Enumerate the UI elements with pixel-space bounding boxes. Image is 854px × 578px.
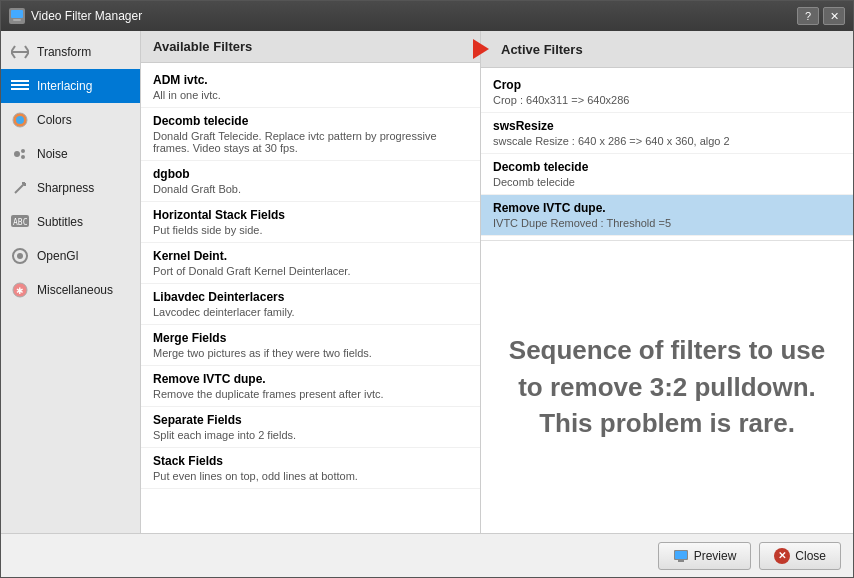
main-window: Video Filter Manager ? ✕ TransformInterl… <box>0 0 854 578</box>
svg-rect-8 <box>11 84 29 86</box>
sidebar-item-subtitles[interactable]: ABCSubtitles <box>1 205 140 239</box>
svg-rect-26 <box>678 560 684 562</box>
content-area: TransformInterlacingColorsNoiseSharpness… <box>1 31 853 533</box>
filter-desc: Port of Donald Graft Kernel Deinterlacer… <box>153 265 468 277</box>
filter-desc: Put fields side by side. <box>153 224 468 236</box>
sidebar-label-opengl: OpenGl <box>37 249 78 263</box>
filter-desc: Donald Graft Telecide. Replace ivtc patt… <box>153 130 468 154</box>
main-area: Available Filters ADM ivtc.All in one iv… <box>141 31 853 533</box>
svg-line-15 <box>15 183 25 193</box>
sidebar-item-colors[interactable]: Colors <box>1 103 140 137</box>
svg-rect-25 <box>675 551 687 559</box>
sidebar-item-transform[interactable]: Transform <box>1 35 140 69</box>
title-bar: Video Filter Manager ? ✕ <box>1 1 853 31</box>
active-filters-panel: Active Filters CropCrop : 640x311 => 640… <box>481 31 853 533</box>
help-button[interactable]: ? <box>797 7 819 25</box>
close-icon: ✕ <box>774 548 790 564</box>
available-filters-panel: Available Filters ADM ivtc.All in one iv… <box>141 31 481 533</box>
transform-icon <box>11 43 29 61</box>
preview-label: Preview <box>694 549 737 563</box>
interlacing-icon <box>11 77 29 95</box>
filter-name: dgbob <box>153 167 468 181</box>
filter-desc: Lavcodec deinterlacer family. <box>153 306 468 318</box>
sidebar-item-miscellaneous[interactable]: ✱Miscellaneous <box>1 273 140 307</box>
filter-item[interactable]: Kernel Deint.Port of Donald Graft Kernel… <box>141 243 480 284</box>
svg-point-14 <box>21 155 25 159</box>
sidebar-item-interlacing[interactable]: Interlacing <box>1 69 140 103</box>
svg-point-12 <box>14 151 20 157</box>
preview-icon <box>673 548 689 564</box>
filter-item[interactable]: Stack FieldsPut even lines on top, odd l… <box>141 448 480 489</box>
sidebar-label-sharpness: Sharpness <box>37 181 94 195</box>
svg-point-11 <box>16 116 24 124</box>
panels-row: Available Filters ADM ivtc.All in one iv… <box>141 31 853 533</box>
active-filter-item[interactable]: CropCrop : 640x311 => 640x286 <box>481 72 853 113</box>
sidebar-label-subtitles: Subtitles <box>37 215 83 229</box>
filter-item[interactable]: Horizontal Stack FieldsPut fields side b… <box>141 202 480 243</box>
svg-rect-9 <box>11 88 29 90</box>
sharpness-icon <box>11 179 29 197</box>
filter-name: Separate Fields <box>153 413 468 427</box>
svg-rect-1 <box>13 19 21 21</box>
active-filter-desc: Decomb telecide <box>493 176 841 188</box>
filter-desc: All in one ivtc. <box>153 89 468 101</box>
active-filter-name: swsResize <box>493 119 841 133</box>
sidebar-item-opengl[interactable]: OpenGl <box>1 239 140 273</box>
sidebar-label-transform: Transform <box>37 45 91 59</box>
sidebar-label-interlacing: Interlacing <box>37 79 92 93</box>
arrow-icon <box>473 39 489 59</box>
close-button[interactable]: ✕ Close <box>759 542 841 570</box>
svg-text:✱: ✱ <box>16 286 24 296</box>
active-filter-name: Crop <box>493 78 841 92</box>
sidebar-label-noise: Noise <box>37 147 68 161</box>
footer: Preview ✕ Close <box>1 533 853 577</box>
window-controls: ? ✕ <box>797 7 845 25</box>
active-filter-item[interactable]: Remove IVTC dupe.IVTC Dupe Removed : Thr… <box>481 195 853 236</box>
active-filters-list[interactable]: CropCrop : 640x311 => 640x286swsResizesw… <box>481 68 853 240</box>
close-label: Close <box>795 549 826 563</box>
active-filters-header: Active Filters <box>481 31 853 68</box>
filter-name: Horizontal Stack Fields <box>153 208 468 222</box>
svg-rect-7 <box>11 80 29 82</box>
filter-item[interactable]: Remove IVTC dupe.Remove the duplicate fr… <box>141 366 480 407</box>
sidebar-item-noise[interactable]: Noise <box>1 137 140 171</box>
filter-desc: Split each image into 2 fields. <box>153 429 468 441</box>
sidebar-label-colors: Colors <box>37 113 72 127</box>
window-close-button[interactable]: ✕ <box>823 7 845 25</box>
filter-item[interactable]: Separate FieldsSplit each image into 2 f… <box>141 407 480 448</box>
active-filter-item[interactable]: Decomb telecide Decomb telecide <box>481 154 853 195</box>
active-filter-desc: Crop : 640x311 => 640x286 <box>493 94 841 106</box>
filter-item[interactable]: Decomb telecideDonald Graft Telecide. Re… <box>141 108 480 161</box>
filter-name: Decomb telecide <box>153 114 468 128</box>
filter-item[interactable]: ADM ivtc.All in one ivtc. <box>141 67 480 108</box>
active-filter-item[interactable]: swsResizeswscale Resize : 640 x 286 => 6… <box>481 113 853 154</box>
svg-point-13 <box>21 149 25 153</box>
sidebar: TransformInterlacingColorsNoiseSharpness… <box>1 31 141 533</box>
filter-item[interactable]: Libavdec DeinterlacersLavcodec deinterla… <box>141 284 480 325</box>
available-filters-list[interactable]: ADM ivtc.All in one ivtc.Decomb telecide… <box>141 63 480 533</box>
sidebar-item-sharpness[interactable]: Sharpness <box>1 171 140 205</box>
filter-name: Stack Fields <box>153 454 468 468</box>
subtitles-icon: ABC <box>11 213 29 231</box>
opengl-icon <box>11 247 29 265</box>
preview-button[interactable]: Preview <box>658 542 752 570</box>
active-filter-name: Remove IVTC dupe. <box>493 201 841 215</box>
active-filter-desc: IVTC Dupe Removed : Threshold =5 <box>493 217 841 229</box>
filter-name: Merge Fields <box>153 331 468 345</box>
filter-item[interactable]: dgbobDonald Graft Bob. <box>141 161 480 202</box>
svg-rect-0 <box>11 10 23 18</box>
svg-text:ABC: ABC <box>13 218 28 227</box>
available-filters-header: Available Filters <box>141 31 480 63</box>
filter-desc: Remove the duplicate frames present afte… <box>153 388 468 400</box>
info-box: Sequence of filters to use to remove 3:2… <box>481 240 853 533</box>
svg-point-21 <box>17 253 23 259</box>
info-text: Sequence of filters to use to remove 3:2… <box>501 332 833 441</box>
filter-name: Libavdec Deinterlacers <box>153 290 468 304</box>
filter-item[interactable]: Merge FieldsMerge two pictures as if the… <box>141 325 480 366</box>
miscellaneous-icon: ✱ <box>11 281 29 299</box>
active-filter-name: Decomb telecide <box>493 160 841 174</box>
window-title: Video Filter Manager <box>31 9 797 23</box>
filter-desc: Donald Graft Bob. <box>153 183 468 195</box>
active-filters-title: Active Filters <box>501 42 583 57</box>
window-icon <box>9 8 25 24</box>
